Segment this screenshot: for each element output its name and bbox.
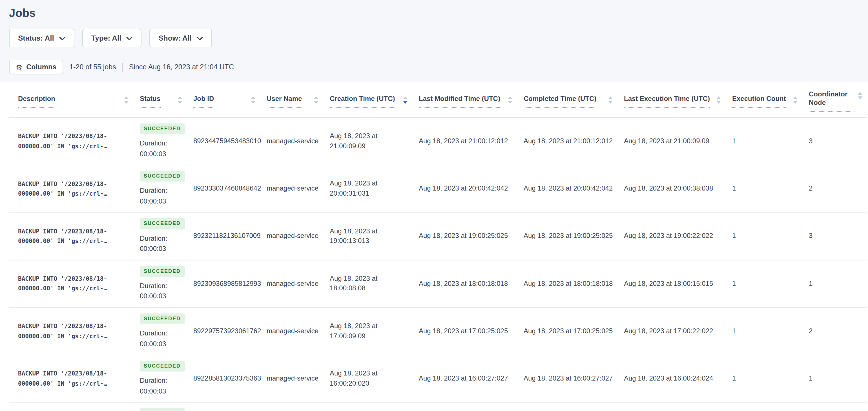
user-name-cell: managed-service [260,403,323,411]
creation-time-cell: Aug 18, 2023 at 20:00:31:031 [323,165,412,212]
job-description[interactable]: BACKUP INTO '/2023/08/18- 000000.00' IN … [18,321,130,341]
coordinator-node-cell: 1 [802,355,867,402]
duration-value: 00:00:03 [140,339,183,349]
sort-asc-icon [124,96,128,99]
sort-icons[interactable] [121,94,130,104]
job-description[interactable]: BACKUP INTO '/2023/08/18- 000000.00' IN … [18,369,130,388]
status-badge: SUCCEEDED [140,361,185,372]
sort-icons[interactable] [400,94,409,104]
toolbar: ⚙ Columns 1-20 of 55 jobs Since Aug 16, … [9,60,868,75]
filter-dropdown[interactable]: Type: All [82,29,142,47]
sort-icons[interactable] [504,94,514,104]
sort-asc-icon [508,96,513,99]
column-header[interactable]: Status [133,82,187,118]
sort-asc-icon [403,96,407,99]
creation-time-cell: Aug 18, 2023 at 18:00:08:08 [323,260,412,307]
column-header[interactable]: Creation Time (UTC) [323,82,412,118]
job-id-cell: 892344759453483010 [187,118,260,165]
table-row[interactable]: BACKUP INTO '/2023/08/18- 000000.00' IN … [9,118,867,165]
coordinator-node-cell: 3 [802,118,867,165]
table-row[interactable]: BACKUP INTO '/2023/08/18- 000000.00' IN … [9,260,867,307]
status-badge: SUCCEEDED [140,314,185,324]
column-header[interactable]: Coordinator Node [802,82,867,118]
execution-count-cell: 1 [725,403,802,411]
sort-desc-icon [793,100,798,104]
column-header-label: Status [140,94,160,108]
job-id-cell: 892321182136107009 [187,212,260,260]
user-name-cell: managed-service [260,118,323,165]
sort-desc-icon [314,100,318,104]
sort-icons[interactable] [174,94,183,104]
sort-desc-icon [403,100,407,104]
last-execution-time-cell: Aug 18, 2023 at 19:00:22:022 [617,212,725,260]
column-header-label: Execution Count [732,94,786,108]
duration-value: 00:00:03 [140,386,183,397]
creation-time-cell: Aug 18, 2023 at 19:00:13:013 [323,212,412,260]
duration-label: Duration: [140,138,183,149]
column-header[interactable]: User Name [260,82,323,118]
columns-button[interactable]: ⚙ Columns [9,60,63,75]
job-description[interactable]: BACKUP INTO '/2023/08/18- 000000.00' IN … [18,131,130,151]
job-description[interactable]: BACKUP INTO '/2023/08/18- 000000.00' IN … [18,179,130,199]
sort-icons[interactable] [789,94,799,104]
column-header[interactable]: Last Modified Time (UTC) [412,82,517,118]
sort-desc-icon [178,100,182,104]
duration-label: Duration: [140,186,183,196]
column-header[interactable]: Description [9,82,133,118]
filter-dropdown[interactable]: Status: All [9,29,74,47]
column-header[interactable]: Job ID [187,82,260,118]
last-execution-time-cell: Aug 18, 2023 at 17:00:22:022 [617,307,725,355]
sort-icons[interactable] [855,90,864,99]
table-row[interactable]: BACKUP INTO '/2023/08/18- 000000.00' IN … [9,165,867,212]
last-modified-time-cell: Aug 18, 2023 at 15:00:08:08 [412,403,517,411]
creation-time-cell: Aug 18, 2023 at 15:00:00:00 [323,403,412,411]
job-id-cell: 892285813023375363 [187,355,260,402]
chevron-down-icon [127,36,133,40]
user-name-cell: managed-service [260,260,323,307]
sort-desc-icon [508,100,513,104]
chevron-down-icon [59,36,65,40]
filter-dropdown-label: Show: All [159,34,192,42]
last-execution-time-cell: Aug 18, 2023 at 18:00:15:015 [617,260,725,307]
sort-desc-icon [858,96,862,99]
sort-asc-icon [251,96,255,99]
completed-time-cell: Aug 18, 2023 at 20:00:42:042 [517,165,617,212]
user-name-cell: managed-service [260,212,323,260]
last-modified-time-cell: Aug 18, 2023 at 20:00:42:042 [412,165,517,212]
sort-icons[interactable] [605,94,614,104]
column-header-label: User Name [267,94,302,108]
sort-icons[interactable] [311,94,319,104]
last-execution-time-cell: Aug 18, 2023 at 20:00:38:038 [617,165,725,212]
sort-icons[interactable] [713,94,722,104]
last-execution-time-cell: Aug 18, 2023 at 15:00:05:05 [617,403,725,411]
column-header-label: Last Execution Time (UTC) [624,94,710,108]
job-description[interactable]: BACKUP INTO '/2023/08/18- 000000.00' IN … [18,274,130,293]
sort-desc-icon [251,100,255,104]
job-id-cell: 892297573923061762 [187,307,260,355]
column-header[interactable]: Last Execution Time (UTC) [617,82,725,118]
completed-time-cell: Aug 18, 2023 at 17:00:25:025 [517,307,617,355]
table-row[interactable]: BACKUP INTO '/2023/08/18- 000000.00' IN … [9,403,867,411]
last-modified-time-cell: Aug 18, 2023 at 17:00:25:025 [412,307,517,355]
sort-asc-icon [716,96,721,99]
status-badge: SUCCEEDED [140,266,185,276]
status-badge: SUCCEEDED [140,408,185,411]
jobs-page: Jobs Status: All Type: All Show: All ⚙ C… [0,0,868,411]
columns-button-label: Columns [26,63,56,71]
coordinator-node-cell: 2 [802,307,867,355]
duration-label: Duration: [140,281,183,291]
duration-value: 00:00:03 [140,291,183,302]
job-description[interactable]: BACKUP INTO '/2023/08/18- 000000.00' IN … [18,227,130,246]
execution-count-cell: 1 [725,165,802,212]
table-row[interactable]: BACKUP INTO '/2023/08/18- 000000.00' IN … [9,212,867,260]
column-header[interactable]: Completed Time (UTC) [517,82,617,118]
toolbar-divider [122,63,123,71]
chevron-down-icon [197,36,203,40]
sort-asc-icon [793,96,798,99]
column-header[interactable]: Execution Count [725,82,802,118]
table-row[interactable]: BACKUP INTO '/2023/08/18- 000000.00' IN … [9,307,867,355]
user-name-cell: managed-service [260,307,323,355]
filter-dropdown[interactable]: Show: All [150,29,212,47]
sort-icons[interactable] [247,94,256,104]
table-row[interactable]: BACKUP INTO '/2023/08/18- 000000.00' IN … [9,355,867,402]
